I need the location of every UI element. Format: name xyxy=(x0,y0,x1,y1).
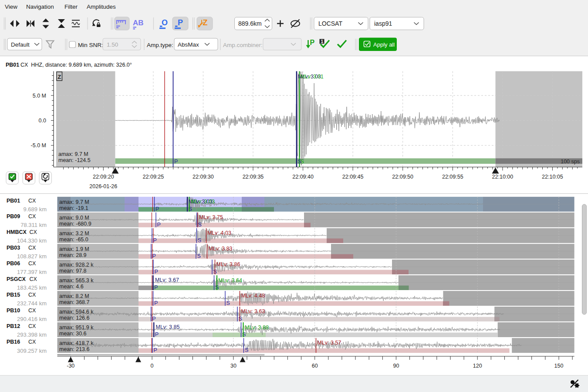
svg-text:0: 0 xyxy=(151,363,154,369)
svg-text:22:09:50: 22:09:50 xyxy=(392,174,413,180)
svg-text:MLv: 3.01: MLv: 3.01 xyxy=(301,74,324,80)
svg-text:CX: CX xyxy=(30,229,37,235)
svg-text:Apply all: Apply all xyxy=(373,41,395,48)
svg-text:100 sps: 100 sps xyxy=(561,159,580,165)
svg-text:S: S xyxy=(242,331,246,338)
svg-text:CX: CX xyxy=(28,245,36,251)
svg-text:Navigation: Navigation xyxy=(26,3,54,10)
svg-text:PB03: PB03 xyxy=(7,245,20,251)
svg-text:22:09:35: 22:09:35 xyxy=(243,174,264,180)
svg-text:104.330 km: 104.330 km xyxy=(17,237,47,244)
svg-text:290.416 km: 290.416 km xyxy=(17,316,47,322)
svg-text:amax: 1.9 M: amax: 1.9 M xyxy=(59,246,89,252)
svg-text:MLv: 4.48: MLv: 4.48 xyxy=(241,293,265,299)
svg-text:P: P xyxy=(155,331,159,338)
svg-text:108.827 km: 108.827 km xyxy=(17,253,47,260)
svg-text:S: S xyxy=(198,222,202,228)
svg-text:P: P xyxy=(155,206,159,212)
svg-text:amax: 8.2 M: amax: 8.2 M xyxy=(59,293,89,299)
svg-text:CX: CX xyxy=(28,323,36,329)
svg-text:CX: CX xyxy=(30,276,37,282)
svg-text:mean: -19.1: mean: -19.1 xyxy=(59,205,88,211)
svg-text:S: S xyxy=(239,316,242,322)
svg-text:150: 150 xyxy=(554,363,564,369)
svg-text:P: P xyxy=(157,222,161,228)
svg-text:amax: 9.7 M: amax: 9.7 M xyxy=(58,151,88,157)
svg-text:P: P xyxy=(174,159,178,165)
svg-text:S: S xyxy=(197,253,201,259)
svg-text:S: S xyxy=(245,347,248,353)
svg-text:View: View xyxy=(5,3,17,10)
svg-text:Z: Z xyxy=(57,74,61,80)
svg-text:P: P xyxy=(310,39,315,46)
svg-text:Filter: Filter xyxy=(64,3,78,10)
svg-text:MLv: 3.57: MLv: 3.57 xyxy=(318,340,341,346)
svg-text:22:10:05: 22:10:05 xyxy=(542,174,563,180)
svg-text:amax: 9.7 M: amax: 9.7 M xyxy=(59,199,89,205)
svg-text:Z: Z xyxy=(203,18,208,27)
svg-text:amax: 951.9 k: amax: 951.9 k xyxy=(59,324,94,331)
svg-text:9.689 km: 9.689 km xyxy=(24,206,47,213)
svg-text:90: 90 xyxy=(393,363,399,369)
svg-text:MLv: 3.63: MLv: 3.63 xyxy=(241,308,265,314)
svg-text:AB: AB xyxy=(133,19,144,27)
svg-text:S: S xyxy=(226,300,230,306)
svg-text:22:09:30: 22:09:30 xyxy=(193,174,214,180)
svg-text:mean: 213.6: mean: 213.6 xyxy=(59,346,90,352)
svg-text:amax: 928.2 k: amax: 928.2 k xyxy=(59,262,94,268)
svg-text:P: P xyxy=(178,18,183,27)
svg-text:LOCSAT: LOCSAT xyxy=(318,20,342,27)
svg-text:PB15: PB15 xyxy=(7,292,20,298)
svg-text:mean: -124.5: mean: -124.5 xyxy=(58,157,91,163)
svg-text:mean: 28.9: mean: 28.9 xyxy=(59,252,87,258)
svg-text:amax: 594.6 k: amax: 594.6 k xyxy=(59,309,94,315)
svg-text:293.398 km: 293.398 km xyxy=(17,331,47,338)
svg-text:2026-01-26: 2026-01-26 xyxy=(89,183,117,189)
svg-text:22:09:40: 22:09:40 xyxy=(292,174,314,180)
svg-text:MLv: 3.03: MLv: 3.03 xyxy=(191,199,215,205)
svg-text:P: P xyxy=(154,300,158,306)
svg-text:HMBCX: HMBCX xyxy=(7,229,27,235)
svg-text:0.0: 0.0 xyxy=(39,118,46,124)
svg-text:PB06: PB06 xyxy=(7,260,20,267)
svg-text:CX: CX xyxy=(28,308,36,314)
svg-text:Default: Default xyxy=(11,41,30,48)
svg-text:CX: CX xyxy=(28,339,36,345)
svg-text:PB10: PB10 xyxy=(7,308,20,314)
svg-text:22:09:55: 22:09:55 xyxy=(442,174,463,180)
svg-text:CX HHZ, distance: 9.689 km, a: CX HHZ, distance: 9.689 km, azimuth: 326… xyxy=(20,62,132,68)
svg-text:P: P xyxy=(154,347,157,353)
svg-text:309.257 km: 309.257 km xyxy=(17,348,47,354)
svg-text:Min SNR:: Min SNR: xyxy=(78,42,103,48)
svg-text:MLv: 3.64: MLv: 3.64 xyxy=(218,277,242,284)
svg-text:CX: CX xyxy=(28,260,36,267)
svg-text:mean: -680.9: mean: -680.9 xyxy=(59,221,91,227)
svg-text:MLv: 3.75: MLv: 3.75 xyxy=(199,214,223,220)
svg-text:PB12: PB12 xyxy=(7,323,20,329)
svg-text:mean: 30.6: mean: 30.6 xyxy=(59,331,87,337)
svg-text:mean: 368.7: mean: 368.7 xyxy=(59,299,90,305)
svg-text:P: P xyxy=(155,269,158,275)
svg-text:MLv: 3.67: MLv: 3.67 xyxy=(155,277,179,283)
svg-text:O: O xyxy=(162,18,168,27)
svg-text:PB16: PB16 xyxy=(7,339,20,345)
svg-text:MLv: 3.88: MLv: 3.88 xyxy=(245,324,269,331)
svg-text:S: S xyxy=(301,159,304,165)
svg-text:PB09: PB09 xyxy=(7,213,20,220)
svg-text:Amp.type:: Amp.type: xyxy=(147,42,173,48)
svg-text:CX: CX xyxy=(28,292,36,298)
svg-text:amax: 3.2 M: amax: 3.2 M xyxy=(59,230,89,237)
svg-text:1.50: 1.50 xyxy=(107,41,118,48)
svg-text:889.6km: 889.6km xyxy=(238,20,262,27)
svg-text:mean: 97.8: mean: 97.8 xyxy=(59,268,87,274)
svg-text:mean: 126.6: mean: 126.6 xyxy=(59,315,90,321)
svg-text:P: P xyxy=(152,253,156,259)
svg-text:P: P xyxy=(153,237,157,243)
svg-text:183.425 km: 183.425 km xyxy=(17,284,47,291)
svg-text:PB01: PB01 xyxy=(7,198,20,204)
svg-text:22:09:45: 22:09:45 xyxy=(342,174,364,180)
svg-text:S: S xyxy=(198,237,201,243)
svg-text:Amplitudes: Amplitudes xyxy=(87,3,116,10)
svg-text:CX: CX xyxy=(28,213,36,220)
svg-text:MLv: 3.85: MLv: 3.85 xyxy=(156,324,180,330)
